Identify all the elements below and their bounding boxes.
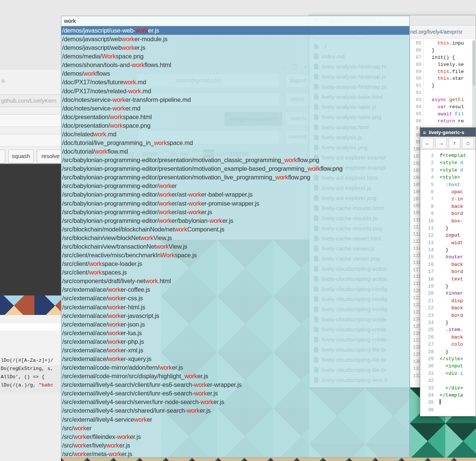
search-result-item[interactable]: /demos/shonan/tools-and-workflows.html [61, 61, 409, 69]
search-result-item[interactable]: /demos/javascript/webworker.js [61, 43, 409, 52]
search-result-item[interactable]: /doc/PX17/notes/related-work.md [61, 87, 409, 95]
code-line[interactable]: widt [440, 239, 476, 246]
search-result-item[interactable]: /doc/PX17/notes/futurework.md [61, 78, 409, 87]
code-line[interactable]: bord [440, 268, 476, 275]
code-line[interactable]: <style d [440, 159, 476, 166]
diff-button-partial[interactable]: f [0, 149, 5, 163]
code-line[interactable]: } [440, 246, 476, 254]
code-line[interactable]: this.inpu [426, 40, 476, 47]
left-input-field-2[interactable] [0, 134, 61, 147]
code-line[interactable]: box- [440, 218, 476, 225]
code-line[interactable] [440, 377, 476, 384]
search-result-item[interactable]: /doc/notes/service-worker.md [61, 104, 409, 113]
code-line[interactable] [440, 406, 476, 413]
code-line[interactable]: } [426, 82, 476, 90]
search-result-item[interactable]: /src/client/workspace-loader.js [61, 260, 409, 268]
code-line[interactable]: disp [440, 297, 476, 304]
code-line[interactable]: <input [440, 363, 476, 370]
code-line[interactable]: </templa [440, 392, 476, 399]
code-line[interactable]: } [440, 225, 476, 232]
code-line[interactable]: text [440, 276, 476, 283]
code-line[interactable]: #inner [440, 290, 476, 297]
search-result-item[interactable]: /src/babylonian-programming-editor/worke… [61, 208, 409, 216]
search-result-item[interactable]: /src/external/lively4-search/server/lunr… [61, 398, 409, 406]
code-line[interactable]: this.star [426, 75, 476, 82]
search-result-item[interactable]: /src/babylonian-programming-editor/prese… [61, 156, 409, 164]
code-line[interactable]: var resul [426, 104, 476, 111]
search-result-item[interactable]: /src/external/ace/worker-html.js [61, 303, 409, 312]
code-line[interactable] [426, 90, 476, 97]
search-result-item[interactable]: /demos/media/Workspace.png [61, 52, 409, 61]
search-result-item[interactable]: /src/external/ace/worker-lua.js [61, 329, 409, 337]
code-line[interactable]: this.file [426, 69, 476, 76]
search-result-item[interactable]: /src/external/code-mirror/addon/tern/wor… [61, 363, 409, 372]
code-line[interactable]: } [440, 319, 476, 326]
search-result-item[interactable]: /src/babylonian-programming-editor/worke… [61, 182, 409, 190]
code-line[interactable]: async getFi [426, 97, 476, 104]
search-result-item[interactable]: /src/worker/meta-worker.js [61, 450, 409, 457]
code-line[interactable]: back [440, 261, 476, 268]
search-result-item[interactable]: /src/worker [61, 424, 409, 433]
code-lines[interactable]: f<templat<style d<style d<style> :host o… [437, 150, 476, 416]
search-result-item[interactable]: /src/external/ace/worker-xml.js [61, 346, 409, 355]
code-line[interactable]: </style> [440, 355, 476, 363]
search-result-item[interactable]: /doc/presentation/workspace.html [61, 113, 409, 121]
code-line[interactable]: await Fil [426, 111, 476, 118]
code-line[interactable]: <style d [440, 167, 476, 174]
search-result-item[interactable]: /src/external/ace/worker-coffee.js [61, 285, 409, 294]
home-button[interactable]: ⌂ [462, 138, 474, 149]
search-result-item[interactable]: /doc/notes/service-worker-transform-pipe… [61, 95, 409, 104]
code-line[interactable]: </div> [440, 385, 476, 392]
code-line[interactable]: <div i [440, 370, 476, 377]
resolve-button[interactable]: resolve [37, 149, 64, 163]
search-result-item[interactable]: /src/blockchain/model/blockchainNode/net… [61, 225, 409, 234]
search-result-item[interactable]: /src/components/draft/lively-network.htm… [61, 277, 409, 285]
search-result-item[interactable]: /src/external/ace/worker-javascript.js [61, 312, 409, 320]
code-line[interactable]: input [440, 232, 476, 239]
code-line[interactable]: lively.se [426, 61, 476, 69]
search-result-item[interactable]: /demos/javascript/webworker-module.js [61, 35, 409, 43]
code-line[interactable]: back [440, 304, 476, 312]
code-line[interactable]: #outer [440, 254, 476, 261]
search-result-item[interactable]: /src/external/ace/worker-css.js [61, 294, 409, 303]
code-line[interactable]: back [440, 334, 476, 341]
search-result-item[interactable]: /src/babylonian-programming-editor/worke… [61, 199, 409, 208]
code-line[interactable] [440, 399, 476, 406]
search-result-item[interactable]: /src/external/lively4-search/client/lunr… [61, 380, 409, 389]
search-result-item[interactable]: /src/client/workspaces.js [61, 268, 409, 277]
search-result-item[interactable]: /doc/tutorial/live_programming_in_worksp… [61, 139, 409, 147]
code-line[interactable]: bord [440, 312, 476, 319]
forward-button[interactable]: → [435, 138, 447, 149]
code-line[interactable]: <style> [440, 174, 476, 181]
squash-button[interactable]: squash [8, 149, 34, 163]
code-line[interactable]: :host [440, 181, 476, 188]
search-result-item[interactable]: /src/blockchain/view/blockNetworkView.js [61, 234, 409, 242]
search-result-item[interactable]: /src/external/code-mirror/src/display/hi… [61, 372, 409, 380]
search-result-item[interactable]: /src/babylonian-programming-editor/prese… [61, 173, 409, 182]
search-result-item[interactable]: /demos/workflows [61, 69, 409, 78]
code-line[interactable]: .item. [440, 326, 476, 333]
search-input[interactable]: work [61, 16, 409, 26]
search-result-item[interactable]: /src/babylonian-programming-editor/worke… [61, 216, 409, 225]
search-result-item[interactable]: /src/babylonian-programming-editor/worke… [61, 190, 409, 199]
search-result-item[interactable]: /src/external/lively4-search/shared/lunr… [61, 406, 409, 415]
left-input-field-1[interactable] [0, 114, 61, 127]
repo-url-field[interactable]: github.com/LivelyKern [0, 94, 61, 107]
search-result-item[interactable]: /src/babylonian-programming-editor/prese… [61, 164, 409, 173]
code-line[interactable]: back [440, 203, 476, 210]
search-result-item[interactable]: /src/client/reactive/misc/benchmarkInWor… [61, 251, 409, 260]
code-line[interactable]: z-in [440, 195, 476, 203]
hamburger-menu-icon[interactable]: ≡ [423, 129, 426, 136]
code-line[interactable]: bord [440, 210, 476, 217]
search-result-item[interactable]: /src/worker/livelyworker.js [61, 441, 409, 450]
back-button[interactable]: ← [422, 138, 433, 149]
code-line[interactable]: } [426, 47, 476, 54]
search-result-item[interactable]: /src/external/lively4-serviceworker [61, 415, 409, 424]
search-result-item[interactable]: /doc/tutorial/workflow.md [61, 147, 409, 156]
search-result-item[interactable]: /demos/javascript/use-web-worker.js [61, 26, 409, 35]
code-line[interactable]: f<templat [440, 152, 476, 159]
search-result-item[interactable]: /src/external/ace/worker-json.js [61, 320, 409, 329]
search-result-item[interactable]: /doc/presentation/workspace.png [61, 121, 409, 130]
code-line[interactable]: } [440, 283, 476, 290]
search-result-item[interactable]: /src/external/ace/worker-php.js [61, 337, 409, 346]
